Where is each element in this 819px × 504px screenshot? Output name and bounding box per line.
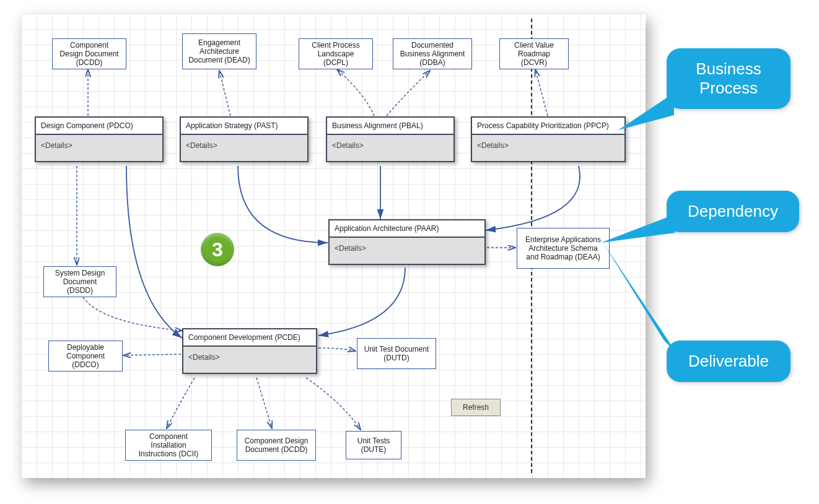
deliverable-ddco: Deployable Component (DDCO) xyxy=(48,341,123,371)
callout-text: Deliverable xyxy=(688,352,769,370)
refresh-button[interactable]: Refresh xyxy=(451,399,501,416)
callout-tail-icon xyxy=(627,272,683,353)
process-title: Component Development (PCDE) xyxy=(183,329,316,347)
step-badge: 3 xyxy=(201,233,234,266)
callout-dependency: Dependency xyxy=(667,191,799,232)
deliverable-dutd: Unit Test Document (DUTD) xyxy=(357,338,436,369)
callout-deliverable: Deliverable xyxy=(667,341,791,382)
callout-tail-icon xyxy=(631,93,674,149)
process-pdco[interactable]: Design Component (PDCO) <Details> xyxy=(35,116,164,162)
callout-tail-icon xyxy=(620,218,675,255)
deliverable-dsdd: System Design Document (DSDD) xyxy=(43,266,116,297)
deliverable-ddba: Documented Business Alignment (DDBA) xyxy=(393,38,472,69)
deliverable-dcii: Component Installation Instructions (DCI… xyxy=(125,430,212,461)
deliverable-dcpl: Client Process Landscape (DCPL) xyxy=(299,38,373,69)
process-paar[interactable]: Application Architecture (PAAR) <Details… xyxy=(328,219,486,265)
process-details[interactable]: <Details> xyxy=(183,347,316,373)
process-title: Business Alignment (PBAL) xyxy=(327,118,453,135)
process-past[interactable]: Application Strategy (PAST) <Details> xyxy=(180,116,309,162)
deliverable-dcvr: Client Value Roadmap (DCVR) xyxy=(499,38,569,69)
deliverable-dead: Engagement Architecture Document (DEAD) xyxy=(182,33,256,69)
process-pcde[interactable]: Component Development (PCDE) <Details> xyxy=(182,328,317,374)
process-details[interactable]: <Details> xyxy=(36,135,162,161)
deliverable-dcdd-bottom: Component Design Document (DCDD) xyxy=(237,430,316,461)
process-title: Design Component (PDCO) xyxy=(36,118,162,135)
process-details[interactable]: <Details> xyxy=(472,135,624,161)
process-ppcp[interactable]: Process Capability Prioritization (PPCP)… xyxy=(471,116,626,162)
process-details[interactable]: <Details> xyxy=(327,135,453,161)
diagram-canvas: Component Design Document (DCDD) Engagem… xyxy=(21,14,646,478)
callout-text: BusinessProcess xyxy=(688,59,769,98)
process-details[interactable]: <Details> xyxy=(181,135,307,161)
process-title: Process Capability Prioritization (PPCP) xyxy=(472,118,624,135)
process-title: Application Architecture (PAAR) xyxy=(330,220,484,238)
process-pbal[interactable]: Business Alignment (PBAL) <Details> xyxy=(326,116,455,162)
deliverable-dcdd-top: Component Design Document (DCDD) xyxy=(52,38,126,69)
callout-business-process: BusinessProcess xyxy=(667,48,791,109)
deliverable-dute: Unit Tests (DUTE) xyxy=(346,431,401,459)
process-title: Application Strategy (PAST) xyxy=(181,118,307,135)
deliverable-deaa: Enterprise Applications Architecture Sch… xyxy=(517,228,610,269)
callout-text: Dependency xyxy=(688,202,778,220)
process-details[interactable]: <Details> xyxy=(330,238,484,264)
